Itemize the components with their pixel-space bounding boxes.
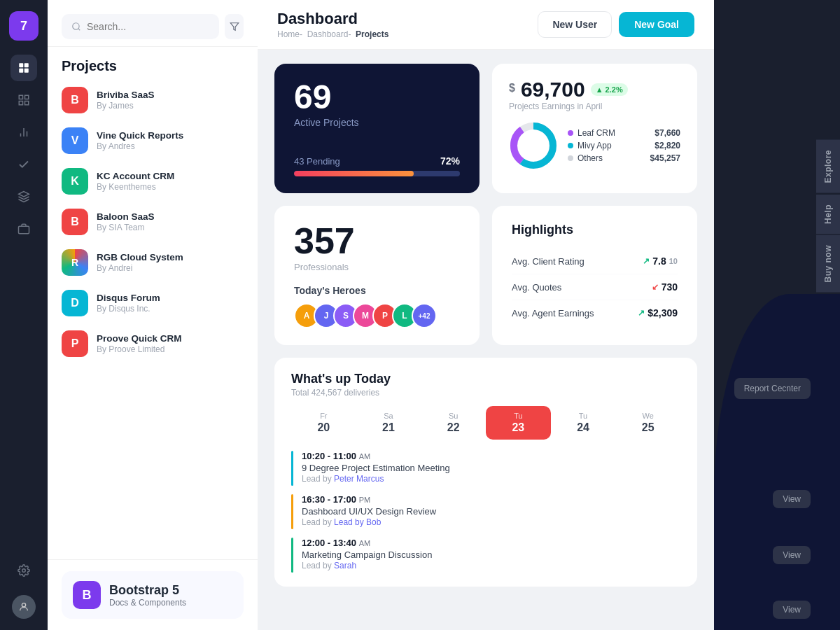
view-button-3[interactable]: View: [773, 601, 811, 619]
active-projects-card: 69 Active Projects 43 Pending 72%: [274, 64, 479, 193]
pending-row: 43 Pending 72%: [294, 155, 460, 167]
legend-item: Mivy App: [568, 141, 640, 150]
earnings-values: $7,660 $2,820 $45,257: [650, 128, 680, 163]
highlight-label: Avg. Quotes: [512, 282, 561, 293]
new-goal-button[interactable]: New Goal: [619, 12, 694, 37]
right-tabs: Explore Help Buy now: [816, 140, 840, 292]
new-user-button[interactable]: New User: [538, 11, 612, 38]
event-lead-link[interactable]: Lead by Bob: [334, 517, 381, 527]
cal-day[interactable]: Fr 20: [291, 406, 356, 440]
sidebar-item-layers[interactable]: [10, 183, 37, 210]
events-list: 10:20 - 11:00 AM 9 Degree Project Estima…: [291, 451, 680, 573]
event-lead: Lead by Lead by Bob: [302, 517, 680, 527]
svg-point-14: [22, 603, 25, 607]
event-line: [291, 494, 293, 529]
highlights-card: Highlights Avg. Client Rating ↗ 7.8 10 A…: [492, 206, 697, 345]
search-input[interactable]: [87, 21, 209, 32]
cal-day-active[interactable]: Tu 23: [486, 406, 551, 440]
svg-point-15: [73, 23, 79, 29]
filter-icon: [230, 22, 239, 31]
event-lead: Lead by Peter Marcus: [302, 474, 680, 484]
legend-label: Mivy App: [578, 141, 612, 150]
projects-promo: B Bootstrap 5 Docs & Components: [48, 559, 258, 630]
list-item[interactable]: K KC Account CRM By Keenthemes: [56, 161, 249, 202]
projects-list: B Briviba SaaS By James V Vine Quick Rep…: [48, 80, 258, 559]
pending-label: 43 Pending: [294, 156, 340, 167]
professionals-label: Professionals: [294, 262, 460, 272]
view-button-1[interactable]: View: [773, 490, 811, 508]
promo-link: Docs & Components: [109, 598, 186, 608]
project-icon: K: [62, 168, 88, 195]
earnings-chart-row: Leaf CRM Mivy App Others $7,660: [509, 121, 680, 170]
project-icon: V: [62, 127, 88, 154]
event-name: 9 Degree Project Estimation Meeting: [302, 463, 680, 473]
highlight-row: Avg. Quotes ↙ 730: [512, 274, 678, 300]
promo-card[interactable]: B Bootstrap 5 Docs & Components: [62, 571, 244, 619]
highlight-row: Avg. Client Rating ↗ 7.8 10: [512, 248, 678, 274]
cal-day[interactable]: Tu 24: [551, 406, 616, 440]
today-subtitle: Total 424,567 deliveries: [291, 388, 680, 398]
pending-pct: 72%: [440, 155, 460, 167]
sidebar-item-grid[interactable]: [10, 87, 37, 113]
breadcrumb-nav: Home- Dashboard- Projects: [277, 29, 388, 39]
legend-dot: [568, 143, 573, 148]
earnings-subtitle: Projects Earnings in April: [509, 102, 680, 111]
svg-marker-17: [230, 23, 239, 31]
list-item[interactable]: P Proove Quick CRM By Proove Limited: [56, 323, 249, 364]
sidebar-item-briefcase[interactable]: [10, 216, 37, 242]
sidebar-item-dashboard[interactable]: [10, 55, 37, 81]
highlight-label: Avg. Client Rating: [512, 256, 584, 267]
project-icon: B: [62, 87, 88, 113]
project-by: By Keenthemes: [97, 182, 244, 192]
report-center-button[interactable]: Report Cecnter: [734, 378, 811, 399]
highlight-label: Avg. Agent Earnings: [512, 308, 594, 318]
filter-button[interactable]: [225, 14, 244, 39]
project-icon: B: [62, 209, 88, 235]
cal-day[interactable]: Sa 21: [356, 406, 421, 440]
event-body: 10:20 - 11:00 AM 9 Degree Project Estima…: [302, 451, 680, 484]
highlights-title: Highlights: [512, 223, 678, 237]
project-name: Briviba SaaS: [97, 90, 244, 100]
earnings-val: $45,257: [650, 153, 680, 163]
highlight-num: 7.8: [652, 255, 666, 267]
highlight-row: Avg. Agent Earnings ↗ $2,309: [512, 300, 678, 326]
list-item[interactable]: B Briviba SaaS By James: [56, 80, 249, 120]
legend-item: Others: [568, 153, 640, 163]
help-tab[interactable]: Help: [816, 195, 840, 234]
explore-tab[interactable]: Explore: [816, 140, 840, 193]
event-time: 16:30 - 17:00 PM: [302, 494, 680, 505]
today-title: What's up Today: [291, 372, 680, 386]
event-lead: Lead by Sarah: [302, 561, 680, 570]
arrow-up-icon: ↗: [643, 256, 650, 266]
svg-line-16: [78, 29, 80, 31]
earnings-badge: ▲ 2.2%: [591, 83, 628, 96]
breadcrumb-current: Projects: [356, 29, 388, 39]
cal-day[interactable]: Su 22: [421, 406, 486, 440]
highlight-sub: 10: [669, 257, 678, 265]
list-item[interactable]: D Disqus Forum By Disqus Inc.: [56, 283, 249, 323]
cal-day[interactable]: We 25: [615, 406, 680, 440]
progress-bar-fill: [294, 171, 414, 176]
active-projects-count: 69: [294, 80, 460, 114]
sidebar-item-check[interactable]: [10, 151, 37, 178]
buy-now-tab[interactable]: Buy now: [816, 235, 840, 293]
event-name: Dashboard UI/UX Design Review: [302, 506, 680, 517]
arrow-up-icon: ↗: [638, 308, 645, 318]
page-title: Dashboard: [277, 10, 388, 28]
event-lead-link[interactable]: Sarah: [334, 561, 356, 570]
list-item[interactable]: R RGB Cloud System By Andrei: [56, 242, 249, 283]
user-avatar[interactable]: [12, 595, 36, 619]
search-bar: [62, 14, 219, 39]
today-section: What's up Today Total 424,567 deliveries…: [274, 358, 697, 587]
sidebar-item-settings[interactable]: [10, 557, 37, 584]
highlight-num: 730: [662, 281, 678, 293]
sidebar-item-chart[interactable]: [10, 119, 37, 146]
earnings-card: $ 69,700 ▲ 2.2% Projects Earnings in Apr…: [492, 64, 697, 193]
legend-dot: [568, 155, 573, 161]
view-button-2[interactable]: View: [773, 546, 811, 564]
event-lead-link[interactable]: Peter Marcus: [334, 474, 384, 484]
list-item[interactable]: V Vine Quick Reports By Andres: [56, 120, 249, 161]
project-name: Vine Quick Reports: [97, 130, 244, 141]
list-item[interactable]: B Baloon SaaS By SIA Team: [56, 202, 249, 242]
breadcrumb: Dashboard Home- Dashboard- Projects: [277, 10, 388, 39]
